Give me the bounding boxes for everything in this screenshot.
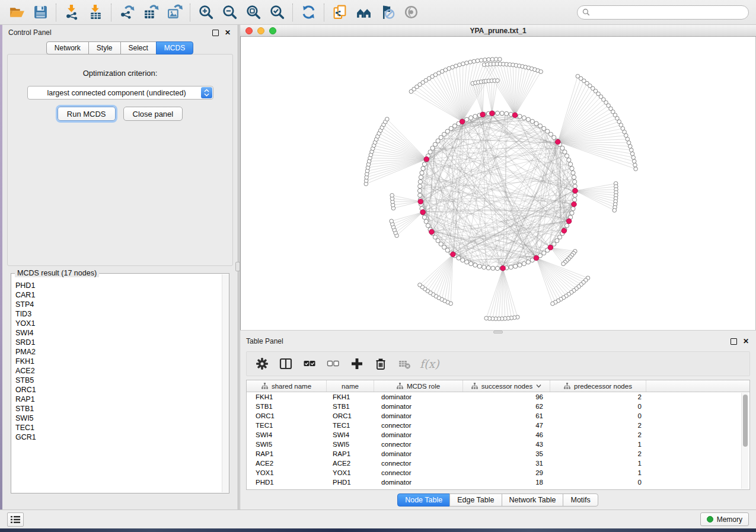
- close-panel-button[interactable]: ✕: [224, 28, 232, 37]
- table-cell[interactable]: 61: [463, 411, 550, 421]
- table-cell[interactable]: dominator: [374, 477, 463, 487]
- table-cell[interactable]: dominator: [374, 402, 463, 411]
- table-scrollbar[interactable]: [741, 393, 748, 489]
- memory-button[interactable]: Memory: [700, 512, 749, 526]
- table-cell[interactable]: RAP1: [247, 449, 327, 459]
- result-node-stb5[interactable]: STB5: [12, 376, 221, 385]
- table-cell[interactable]: 46: [463, 430, 550, 440]
- tab-network-table[interactable]: Network Table: [502, 493, 564, 507]
- result-node-pma2[interactable]: PMA2: [12, 347, 221, 357]
- table-cell[interactable]: 35: [463, 449, 550, 459]
- result-node-stb1[interactable]: STB1: [12, 404, 221, 414]
- tab-edge-table[interactable]: Edge Table: [449, 493, 502, 507]
- column-header-successor-nodes[interactable]: successor nodes: [463, 380, 550, 392]
- splitter-grip[interactable]: [235, 262, 240, 271]
- table-cell[interactable]: dominator: [374, 430, 463, 440]
- tab-node-table[interactable]: Node Table: [397, 493, 450, 507]
- add-column-button[interactable]: [347, 354, 366, 374]
- float-panel-button[interactable]: [212, 30, 219, 36]
- table-cell[interactable]: SWI5: [247, 440, 327, 449]
- table-cell[interactable]: ORC1: [327, 411, 374, 421]
- network-canvas[interactable]: [240, 37, 756, 330]
- table-cell[interactable]: 2: [550, 449, 646, 459]
- table-cell[interactable]: 96: [463, 392, 550, 402]
- column-header-name[interactable]: name: [327, 380, 374, 392]
- first-neighbors-button[interactable]: [352, 2, 375, 23]
- search-field[interactable]: [577, 5, 749, 20]
- table-cell[interactable]: 2: [550, 392, 646, 402]
- import-table-button[interactable]: [84, 2, 107, 23]
- table-cell[interactable]: FKH1: [247, 392, 327, 402]
- table-cell[interactable]: STB1: [327, 402, 374, 411]
- result-node-srd1[interactable]: SRD1: [12, 338, 221, 347]
- search-input[interactable]: [594, 8, 744, 17]
- table-cell[interactable]: SWI4: [247, 430, 327, 440]
- table-cell[interactable]: 47: [463, 421, 550, 430]
- table-row[interactable]: SWI5SWI5connector431: [247, 440, 749, 449]
- result-node-stp4[interactable]: STP4: [12, 300, 221, 309]
- table-cell[interactable]: connector: [374, 468, 463, 477]
- table-cell[interactable]: 29: [463, 468, 550, 477]
- table-cell[interactable]: STB1: [247, 402, 327, 411]
- column-header-mcds-role[interactable]: MCDS role: [374, 380, 463, 392]
- tab-style[interactable]: Style: [88, 41, 121, 55]
- share-document-button[interactable]: [328, 2, 352, 23]
- show-columns-button[interactable]: [276, 354, 295, 374]
- table-scrollbar-thumb[interactable]: [743, 395, 748, 447]
- zoom-selected-button[interactable]: [265, 2, 289, 23]
- table-cell[interactable]: dominator: [374, 411, 463, 421]
- table-cell[interactable]: ACE2: [247, 459, 327, 468]
- table-cell[interactable]: dominator: [374, 449, 463, 459]
- table-cell[interactable]: 2: [550, 421, 646, 430]
- table-row[interactable]: PHD1PHD1dominator180: [247, 477, 749, 487]
- table-row[interactable]: STB1STB1dominator620: [247, 402, 749, 411]
- table-cell[interactable]: 0: [550, 411, 646, 421]
- tab-select[interactable]: Select: [120, 41, 157, 55]
- export-network-button[interactable]: [115, 2, 139, 23]
- task-history-button[interactable]: [7, 512, 24, 527]
- table-row[interactable]: RAP1RAP1dominator352: [247, 449, 749, 459]
- result-node-tid3[interactable]: TID3: [12, 309, 221, 319]
- table-row[interactable]: FKH1FKH1dominator962: [247, 392, 749, 402]
- table-cell[interactable]: ACE2: [327, 459, 374, 468]
- select-all-button[interactable]: [300, 354, 319, 374]
- table-row[interactable]: TEC1TEC1connector472: [247, 421, 749, 430]
- table-cell[interactable]: 1: [550, 440, 646, 449]
- table-cell[interactable]: PHD1: [247, 477, 327, 487]
- result-node-phd1[interactable]: PHD1: [12, 281, 221, 290]
- table-cell[interactable]: 62: [463, 402, 550, 411]
- table-cell[interactable]: PHD1: [327, 477, 374, 487]
- table-cell[interactable]: YOX1: [327, 468, 374, 477]
- function-builder-label[interactable]: f(x): [420, 357, 439, 370]
- result-node-gcr1[interactable]: GCR1: [12, 432, 221, 442]
- delete-column-button[interactable]: [371, 354, 390, 374]
- table-cell[interactable]: 43: [463, 440, 550, 449]
- result-node-tec1[interactable]: TEC1: [12, 423, 221, 432]
- table-cell[interactable]: RAP1: [327, 449, 374, 459]
- result-node-rap1[interactable]: RAP1: [12, 395, 221, 404]
- hide-selected-button[interactable]: [375, 2, 399, 23]
- table-cell[interactable]: 18: [463, 477, 550, 487]
- network-graph[interactable]: [241, 37, 755, 329]
- table-row[interactable]: SWI4SWI4dominator462: [247, 430, 749, 440]
- open-file-button[interactable]: [5, 2, 28, 23]
- refresh-layout-button[interactable]: [296, 2, 320, 23]
- show-hidden-button[interactable]: [399, 2, 423, 23]
- table-cell[interactable]: 1: [550, 459, 646, 468]
- import-network-button[interactable]: [60, 2, 84, 23]
- table-row[interactable]: ORC1ORC1dominator610: [247, 411, 749, 421]
- tab-motifs[interactable]: Motifs: [563, 493, 598, 507]
- zoom-out-button[interactable]: [218, 2, 241, 23]
- criterion-select[interactable]: largest connected component (undirected): [27, 86, 213, 100]
- result-node-ace2[interactable]: ACE2: [12, 366, 221, 376]
- table-cell[interactable]: connector: [374, 421, 463, 430]
- result-node-swi5[interactable]: SWI5: [12, 414, 221, 423]
- result-node-swi4[interactable]: SWI4: [12, 328, 221, 338]
- zoom-in-button[interactable]: [194, 2, 218, 23]
- deselect-all-button[interactable]: [324, 354, 343, 374]
- table-cell[interactable]: YOX1: [247, 468, 327, 477]
- result-node-orc1[interactable]: ORC1: [12, 385, 221, 395]
- result-node-yox1[interactable]: YOX1: [12, 319, 221, 328]
- table-cell[interactable]: SWI5: [327, 440, 374, 449]
- result-list-scrollbar[interactable]: [222, 274, 229, 492]
